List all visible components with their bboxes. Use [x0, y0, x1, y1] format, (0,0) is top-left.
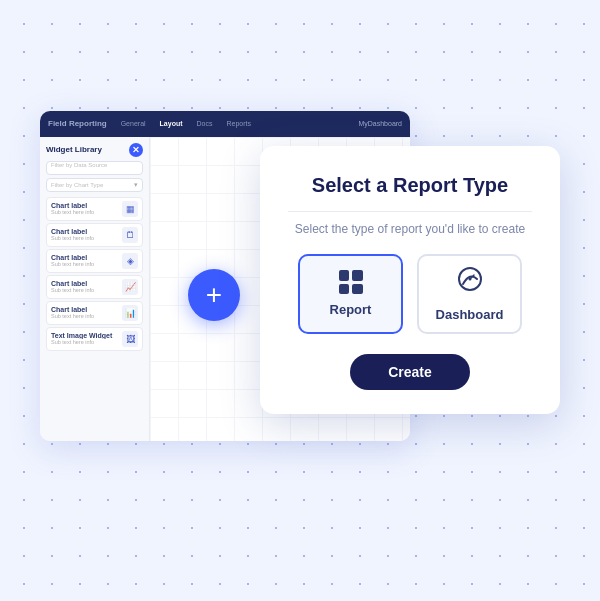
chart-icon: ◈ — [122, 253, 138, 269]
scene-container: Field Reporting General Layout Docs Repo… — [40, 91, 560, 511]
list-item[interactable]: Chart label Sub text here info ▦ — [46, 197, 143, 221]
app-title: Field Reporting — [48, 119, 107, 128]
modal-options: Report Dashboard — [288, 254, 532, 334]
dashboard-option[interactable]: Dashboard — [417, 254, 522, 334]
list-item[interactable]: Text Image Widget Sub text here info 🖼 — [46, 327, 143, 351]
app-topbar: Field Reporting General Layout Docs Repo… — [40, 111, 410, 137]
report-option-label: Report — [330, 302, 372, 317]
chart-icon: 📈 — [122, 279, 138, 295]
list-item[interactable]: Chart label Sub text here info 🗒 — [46, 223, 143, 247]
nav-tab-general[interactable]: General — [117, 118, 150, 129]
app-nav-tabs: General Layout Docs Reports — [117, 118, 353, 129]
sidebar-title: Widget Library ✕ — [46, 143, 143, 157]
sidebar: Widget Library ✕ Filter by Data Source F… — [40, 137, 150, 441]
nav-tab-layout[interactable]: Layout — [156, 118, 187, 129]
sidebar-search[interactable]: Filter by Data Source — [46, 161, 143, 175]
sidebar-filter[interactable]: Filter by Chart Type ▾ — [46, 178, 143, 192]
list-item[interactable]: Chart label Sub text here info ◈ — [46, 249, 143, 273]
chart-icon: ▦ — [122, 201, 138, 217]
sidebar-dot: ✕ — [129, 143, 143, 157]
report-option[interactable]: Report — [298, 254, 403, 334]
report-type-modal: Select a Report Type Select the type of … — [260, 146, 560, 414]
report-grid-icon — [339, 270, 363, 294]
modal-title: Select a Report Type — [288, 174, 532, 197]
modal-subtitle: Select the type of report you'd like to … — [288, 222, 532, 236]
dashboard-gauge-icon — [456, 265, 484, 299]
app-topbar-right: MyDashboard — [358, 120, 402, 127]
chart-icon: 🖼 — [122, 331, 138, 347]
modal-divider — [288, 211, 532, 212]
list-item[interactable]: Chart label Sub text here info 📊 — [46, 301, 143, 325]
dashboard-option-label: Dashboard — [436, 307, 504, 322]
nav-tab-reports[interactable]: Reports — [222, 118, 255, 129]
plus-button[interactable]: + — [188, 269, 240, 321]
nav-tab-docs[interactable]: Docs — [193, 118, 217, 129]
list-item[interactable]: Chart label Sub text here info 📈 — [46, 275, 143, 299]
create-button[interactable]: Create — [350, 354, 470, 390]
chart-icon: 🗒 — [122, 227, 138, 243]
chart-icon: 📊 — [122, 305, 138, 321]
